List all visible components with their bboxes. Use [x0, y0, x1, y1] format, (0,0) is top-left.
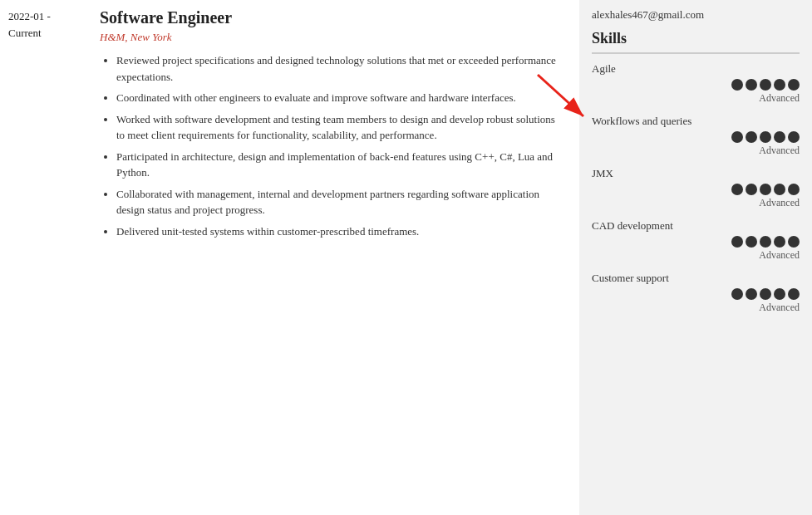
bullet-item: Delivered unit-tested systems within cus… [116, 223, 563, 240]
bullet-item: Worked with software development and tes… [116, 111, 563, 144]
skill-item: Workflows and queriesAdvanced [592, 115, 800, 157]
sidebar: alexhales467@gmail.com Skills AgileAdvan… [579, 0, 812, 515]
skill-dot [746, 79, 757, 91]
bullet-item: Reviewed project specifications and desi… [116, 52, 563, 85]
skill-level: Advanced [592, 145, 800, 157]
skill-dot [746, 131, 757, 143]
skill-dot [774, 184, 785, 195]
bullet-item: Coordinated with other engineers to eval… [116, 90, 563, 106]
skill-name: Workflows and queries [592, 115, 800, 128]
skill-name: CAD development [592, 219, 800, 233]
skill-dot [746, 184, 757, 195]
skill-dots [592, 79, 800, 91]
company-location: H&M, New York [100, 31, 563, 44]
skill-dot [760, 131, 771, 143]
skill-dot [774, 236, 785, 248]
skill-dot [774, 288, 785, 300]
skill-dot [760, 236, 771, 248]
job-title: Software Engineer [100, 8, 563, 27]
job-bullets: Reviewed project specifications and desi… [100, 52, 563, 239]
skill-item: AgileAdvanced [592, 62, 800, 105]
date-column: 2022-01 - Current [8, 8, 100, 244]
skill-level: Advanced [592, 92, 800, 105]
skill-dots [592, 288, 800, 300]
skill-dot [731, 79, 743, 91]
skill-name: Agile [592, 62, 800, 76]
skill-dots [592, 236, 800, 248]
skill-dot [760, 288, 771, 300]
bullet-item: Collaborated with management, internal a… [116, 186, 563, 218]
skill-level: Advanced [592, 249, 800, 262]
skill-dot [788, 236, 800, 248]
email: alexhales467@gmail.com [592, 8, 800, 22]
skill-dot [746, 288, 757, 300]
skill-dot [731, 236, 743, 248]
skill-dot [774, 79, 785, 91]
skill-dot [731, 288, 743, 300]
skill-item: Customer supportAdvanced [592, 272, 800, 314]
skill-dot [731, 184, 743, 195]
skills-heading: Skills [592, 30, 800, 54]
job-section: 2022-01 - Current Software Engineer H&M,… [8, 8, 563, 244]
skill-dot [788, 131, 800, 143]
job-date: 2022-01 - Current [8, 10, 51, 39]
skill-item: JMXAdvanced [592, 167, 800, 209]
skill-dot [746, 236, 757, 248]
skill-dots [592, 184, 800, 195]
job-details: Software Engineer H&M, New York Reviewed… [100, 8, 563, 244]
bullet-item: Participated in architecture, design and… [116, 149, 563, 181]
skill-dot [774, 131, 785, 143]
skill-dot [788, 288, 800, 300]
skill-dot [731, 131, 743, 143]
skills-list: AgileAdvancedWorkflows and queriesAdvanc… [592, 62, 800, 314]
skill-dot [760, 79, 771, 91]
skill-level: Advanced [592, 302, 800, 314]
skill-dot [788, 184, 800, 195]
skill-item: CAD developmentAdvanced [592, 219, 800, 262]
skill-level: Advanced [592, 197, 800, 209]
skill-name: JMX [592, 167, 800, 180]
skill-name: Customer support [592, 272, 800, 285]
skill-dots [592, 131, 800, 143]
skill-dot [760, 184, 771, 195]
main-content: 2022-01 - Current Software Engineer H&M,… [0, 0, 579, 515]
skill-dot [788, 79, 800, 91]
